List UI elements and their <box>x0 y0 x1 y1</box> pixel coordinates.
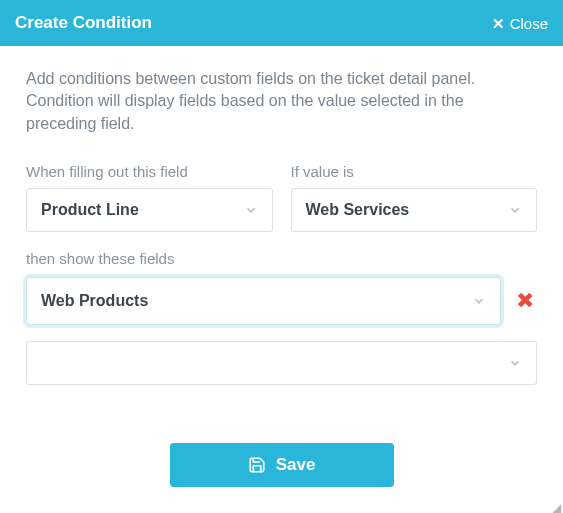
chevron-down-icon <box>508 356 522 370</box>
when-label: When filling out this field <box>26 163 273 180</box>
chevron-down-icon <box>244 203 258 217</box>
description-text: Add conditions between custom fields on … <box>26 68 537 135</box>
close-button[interactable]: ✕ Close <box>492 15 548 32</box>
show-value-1: Web Products <box>41 292 148 310</box>
close-label: Close <box>510 15 548 32</box>
show-select-empty[interactable] <box>26 341 537 385</box>
modal-footer: Save <box>0 443 563 513</box>
save-label: Save <box>276 455 316 475</box>
chevron-down-icon <box>508 203 522 217</box>
when-field-group: When filling out this field Product Line <box>26 163 273 232</box>
save-icon <box>248 456 266 474</box>
if-field-group: If value is Web Services <box>291 163 538 232</box>
if-value: Web Services <box>306 201 410 219</box>
when-select[interactable]: Product Line <box>26 188 273 232</box>
show-field-row-1: Web Products ✖ <box>26 277 537 325</box>
if-select[interactable]: Web Services <box>291 188 538 232</box>
condition-row: When filling out this field Product Line… <box>26 163 537 232</box>
modal-content: Add conditions between custom fields on … <box>0 46 563 443</box>
save-button[interactable]: Save <box>170 443 394 487</box>
modal-title: Create Condition <box>15 13 152 33</box>
show-select-1[interactable]: Web Products <box>26 277 501 325</box>
remove-icon: ✖ <box>516 288 534 313</box>
close-icon: ✕ <box>492 16 505 31</box>
when-value: Product Line <box>41 201 139 219</box>
chevron-down-icon <box>472 294 486 308</box>
show-label: then show these fields <box>26 250 537 267</box>
if-label: If value is <box>291 163 538 180</box>
create-condition-modal: Create Condition ✕ Close Add conditions … <box>0 0 563 513</box>
remove-button[interactable]: ✖ <box>513 288 537 314</box>
modal-header: Create Condition ✕ Close <box>0 0 563 46</box>
